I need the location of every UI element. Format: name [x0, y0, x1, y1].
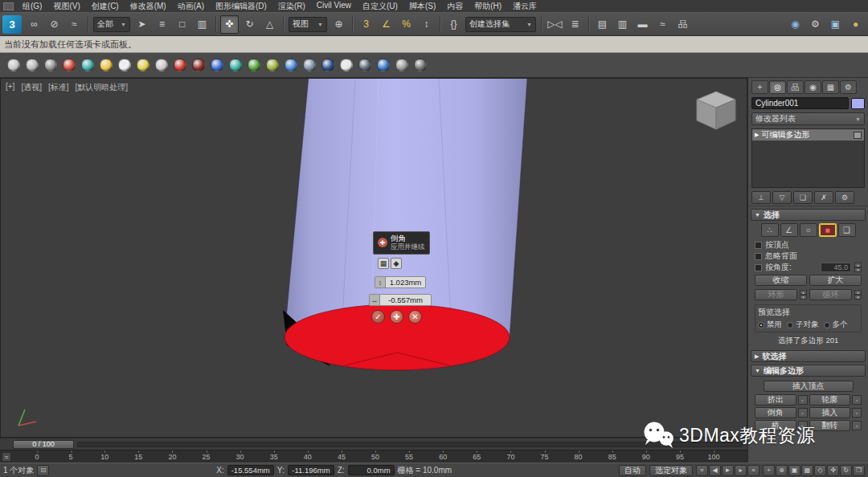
by-vertex-checkbox[interactable] — [755, 242, 762, 249]
preview-multi-radio[interactable]: 多个 — [824, 320, 848, 330]
ring-spinner[interactable]: ▴▾ — [800, 290, 807, 300]
custom-tool-15-icon[interactable] — [266, 59, 279, 71]
orbit-icon[interactable]: ↻ — [840, 465, 852, 476]
select-by-name-icon[interactable]: ≡ — [153, 15, 171, 34]
bridge-button[interactable]: 桥 — [755, 420, 796, 431]
custom-tool-22-icon[interactable] — [395, 59, 408, 71]
rollout-selection-header[interactable]: ▼ 选择 — [751, 209, 866, 221]
tab-hierarchy[interactable]: 品 — [787, 80, 804, 94]
object-name-field[interactable]: Cylinder001 — [751, 97, 849, 109]
menu-item-8[interactable]: Civil View — [311, 1, 357, 12]
previous-frame-button[interactable]: ◀ — [709, 465, 721, 476]
schematic-view-icon[interactable]: 品 — [674, 15, 692, 34]
bevel-outline-value[interactable]: -0.557mm — [380, 296, 431, 304]
menu-item-3[interactable]: 创建(C) — [86, 1, 125, 12]
make-unique-icon[interactable]: ❏ — [793, 191, 813, 204]
viewport-canvas[interactable] — [1, 79, 747, 437]
maximize-viewport-icon[interactable]: ❒ — [853, 465, 865, 476]
bevel-type-dropdown-icon[interactable]: ◆ — [391, 258, 402, 269]
selection-lock-icon[interactable]: ⊡ — [37, 465, 49, 476]
element-mode-icon[interactable]: ❑ — [838, 223, 856, 237]
polygon-mode-icon[interactable]: ■ — [819, 223, 837, 237]
custom-tool-12-icon[interactable] — [211, 59, 223, 71]
bevel-button[interactable]: 倒角 — [755, 407, 796, 418]
caddy-ok-button[interactable]: ✓ — [371, 310, 385, 324]
rollout-edit-polygons-header[interactable]: ▼ 编辑多边形 — [751, 365, 866, 377]
extrude-button[interactable]: 挤出 — [755, 394, 796, 406]
viewport-label-1[interactable]: [+] — [6, 82, 14, 93]
menu-item-2[interactable]: 视图(V) — [47, 1, 85, 12]
mirror-icon[interactable]: ▷◁ — [546, 15, 564, 34]
custom-tool-10-icon[interactable] — [174, 59, 186, 71]
flip-settings-button[interactable]: ▫ — [852, 421, 862, 430]
custom-tool-8-icon[interactable] — [137, 59, 149, 71]
bevel-height-spinner[interactable]: ↕ 1.023mm — [375, 276, 426, 288]
menu-item-9[interactable]: 自定义(U) — [357, 1, 403, 12]
toggle-layer-explorer-icon[interactable]: ▥ — [613, 15, 632, 34]
ring-button[interactable]: 环形 — [755, 289, 797, 300]
inset-button[interactable]: 插入 — [809, 407, 851, 418]
use-pivot-point-center-icon[interactable]: ⊕ — [330, 15, 348, 34]
select-and-move-icon[interactable]: ✜ — [220, 15, 239, 34]
menu-item-4[interactable]: 修改器(M) — [125, 1, 172, 12]
next-frame-button[interactable]: ▸ — [735, 465, 747, 476]
select-and-scale-icon[interactable]: △ — [260, 15, 279, 34]
bevel-type-button[interactable]: ▦ — [378, 258, 389, 269]
custom-tool-2-icon[interactable] — [26, 59, 39, 71]
select-object-icon[interactable]: ➤ — [133, 15, 151, 34]
bevel-outline-spinner[interactable]: ↔ -0.557mm — [369, 294, 432, 306]
by-angle-checkbox[interactable] — [755, 264, 762, 271]
edit-named-selection-sets-icon[interactable]: {} — [444, 15, 463, 34]
custom-tool-23-icon[interactable] — [414, 59, 427, 71]
preview-subobj-radio[interactable]: 子对象 — [787, 320, 819, 330]
viewport-label-2[interactable]: [透视] — [21, 82, 42, 93]
by-angle-spinner[interactable]: ▴▾ — [854, 263, 862, 272]
caddy-cancel-button[interactable]: ✕ — [408, 310, 422, 324]
grow-button[interactable]: 扩大 — [809, 275, 862, 286]
modifier-stack-item[interactable]: ▶可编辑多边形 — [752, 129, 864, 141]
custom-tool-18-icon[interactable] — [321, 59, 334, 71]
time-slider-track[interactable] — [77, 442, 743, 447]
rollout-soft-selection-header[interactable]: ▶ 软选择 — [751, 350, 866, 362]
outline-settings-button[interactable]: ▫ — [852, 395, 862, 405]
tab-utilities[interactable]: ⚙ — [840, 80, 857, 94]
zoom-extents-all-icon[interactable]: ▦ — [801, 465, 813, 476]
toggle-scene-explorer-icon[interactable]: ▤ — [593, 15, 612, 34]
render-frame-window-icon[interactable]: ▣ — [826, 15, 845, 34]
track-bar[interactable]: ≈ 05101520253035404550556065707580859095… — [0, 450, 747, 463]
percent-snap-icon[interactable]: % — [397, 15, 416, 34]
menu-item-12[interactable]: 帮助(H) — [469, 1, 507, 12]
z-coordinate-field[interactable]: 0.0mm — [348, 465, 395, 475]
tab-motion[interactable]: ◉ — [805, 80, 821, 94]
render-setup-icon[interactable]: ⚙ — [806, 15, 825, 34]
border-mode-icon[interactable]: ○ — [800, 223, 817, 237]
zoom-all-icon[interactable]: ⊕ — [776, 465, 788, 476]
caddy-apply-continue-button[interactable]: ✚ — [390, 310, 403, 324]
viewport-label-3[interactable]: [标准] — [48, 82, 69, 93]
view-cube[interactable] — [697, 92, 735, 129]
window-crossing-icon[interactable]: ▥ — [193, 15, 211, 34]
align-icon[interactable]: ≣ — [566, 15, 584, 34]
select-and-link-icon[interactable]: ∞ — [25, 15, 43, 34]
custom-tool-5-icon[interactable] — [81, 59, 94, 71]
custom-tool-4-icon[interactable] — [63, 59, 76, 71]
go-to-end-button[interactable]: » — [747, 465, 760, 476]
modifier-stack[interactable]: ▶可编辑多边形 — [751, 128, 865, 188]
flip-button[interactable]: 翻转 — [809, 420, 851, 431]
custom-tool-11-icon[interactable] — [192, 59, 205, 71]
auto-key-button[interactable]: 自动 — [619, 465, 646, 476]
edge-mode-icon[interactable]: ∠ — [780, 223, 798, 237]
menu-item-10[interactable]: 脚本(S) — [403, 1, 441, 12]
configure-modifier-sets-icon[interactable]: ⚙ — [835, 191, 854, 204]
vertex-mode-icon[interactable]: ∴ — [761, 223, 779, 237]
pin-stack-icon[interactable]: ⊥ — [751, 191, 771, 204]
pan-view-icon[interactable]: ✜ — [827, 465, 839, 476]
extrude-settings-button[interactable]: ▫ — [798, 395, 808, 405]
zoom-extents-icon[interactable]: ▣ — [788, 465, 800, 476]
spinner-snap-icon[interactable]: ↕ — [417, 15, 436, 34]
select-and-rotate-icon[interactable]: ↻ — [240, 15, 259, 34]
y-coordinate-field[interactable]: -11.196mm — [288, 465, 334, 475]
menu-item-11[interactable]: 内容 — [441, 1, 469, 12]
unlink-selection-icon[interactable]: ⊘ — [45, 15, 63, 34]
preview-off-radio[interactable]: 禁用 — [758, 320, 782, 330]
